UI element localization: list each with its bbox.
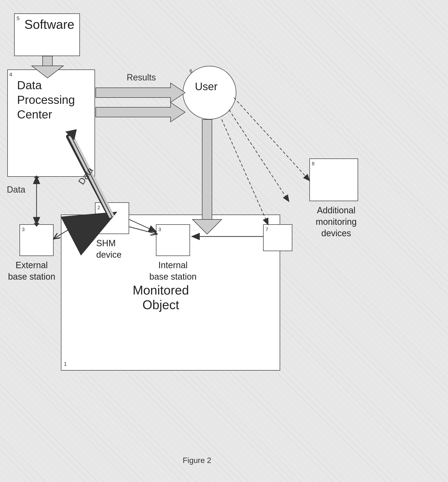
- dpc-number: 4: [9, 71, 12, 78]
- user-circle: [183, 66, 236, 119]
- software-label: Software: [24, 17, 74, 32]
- dpc-label: DataProcessingCenter: [17, 78, 75, 122]
- int-label: Internalbase station: [133, 260, 213, 283]
- ext-label: Externalbase station: [5, 260, 58, 283]
- software-number: 5: [17, 15, 19, 22]
- add-number: 8: [312, 161, 315, 167]
- svg-marker-6: [96, 102, 185, 122]
- user-label: User: [195, 80, 218, 93]
- user-number: 6: [190, 68, 192, 74]
- svg-marker-5: [96, 83, 185, 102]
- additional-monitoring-box: [309, 158, 358, 201]
- shm-number: 2: [97, 205, 100, 210]
- svg-line-20: [222, 119, 268, 224]
- svg-text:Results: Results: [127, 72, 156, 82]
- int-number: 3: [158, 227, 161, 232]
- svg-text:Data: Data: [7, 185, 26, 195]
- ext-number: 3: [22, 227, 25, 232]
- add-label: Additionalmonitoringdevices: [305, 205, 368, 239]
- node7-number: 7: [266, 227, 268, 232]
- shm-label: SHMdevice: [96, 238, 122, 261]
- diagram-container: 5 Software 4 DataProcessingCenter 6 User…: [0, 0, 448, 482]
- svg-line-22: [229, 110, 289, 201]
- figure-caption: Figure 2: [183, 456, 211, 465]
- svg-marker-3: [43, 56, 52, 69]
- mo-label: MonitoredObject: [117, 283, 205, 312]
- svg-marker-8: [202, 119, 212, 224]
- svg-line-21: [234, 98, 309, 180]
- mo-number: 1: [64, 361, 67, 367]
